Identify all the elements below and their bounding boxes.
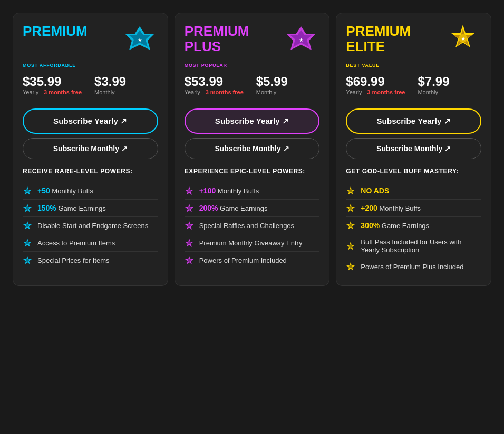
card-title-block: PREMIUMPLUS bbox=[185, 24, 249, 54]
svg-point-3 bbox=[26, 189, 29, 192]
feature-text: NO ADS bbox=[361, 186, 389, 195]
feature-item: Access to Premium Items bbox=[23, 234, 158, 252]
feature-text: Buff Pass Included for Users with Yearly… bbox=[361, 238, 481, 254]
yearly-label: Yearly - 3 months free bbox=[23, 89, 82, 95]
divider bbox=[346, 103, 481, 103]
monthly-price-block: $5.99 Monthly bbox=[256, 74, 288, 95]
feature-icon bbox=[185, 221, 194, 230]
feature-item: +50 Monthly Buffs bbox=[23, 182, 158, 200]
monthly-price: $5.99 bbox=[256, 74, 288, 89]
yearly-price-block: $69.99 Yearly - 3 months free bbox=[346, 74, 405, 95]
feature-item: Powers of Premium Included bbox=[185, 252, 320, 269]
yearly-price-block: $35.99 Yearly - 3 months free bbox=[23, 74, 82, 95]
medal-icon: ★ bbox=[283, 24, 319, 61]
svg-text:★: ★ bbox=[299, 37, 304, 43]
feature-text: +50 Monthly Buffs bbox=[37, 186, 93, 195]
feature-icon bbox=[185, 238, 194, 248]
feature-text: Disable Start and Endgame Screens bbox=[37, 222, 148, 230]
subscribe-yearly-button[interactable]: Subscribe Yearly ↗ bbox=[346, 108, 481, 134]
feature-item: NO ADS bbox=[346, 182, 481, 200]
feature-icon bbox=[346, 241, 355, 251]
subscribe-monthly-button[interactable]: Subscribe Monthly ↗ bbox=[23, 138, 158, 159]
feature-text: Premium Monthly Giveaway Entry bbox=[199, 239, 303, 247]
pricing-cards-container: PREMIUM ★ MOST AFFORDABLE $35.99 Yearly … bbox=[8, 8, 496, 290]
feature-list: NO ADS +200 Monthly Buffs 300% Game Earn… bbox=[346, 182, 481, 275]
feature-text: +100 Monthly Buffs bbox=[199, 186, 259, 195]
feature-item: 150% Game Earnings bbox=[23, 200, 158, 217]
svg-point-15 bbox=[188, 259, 191, 262]
svg-point-21 bbox=[349, 206, 352, 210]
divider bbox=[185, 103, 320, 103]
svg-text:★: ★ bbox=[138, 37, 142, 43]
feature-item: +100 Monthly Buffs bbox=[185, 182, 320, 200]
svg-point-12 bbox=[188, 206, 191, 210]
monthly-label: Monthly bbox=[418, 89, 449, 95]
feature-text: 200% Game Earnings bbox=[199, 204, 268, 212]
card-header: PREMIUM ★ bbox=[23, 24, 158, 61]
svg-point-14 bbox=[188, 241, 191, 244]
monthly-label: Monthly bbox=[94, 89, 126, 95]
card-premium: PREMIUM ★ MOST AFFORDABLE $35.99 Yearly … bbox=[13, 13, 168, 286]
subscribe-monthly-button[interactable]: Subscribe Monthly ↗ bbox=[346, 138, 481, 159]
feature-item: Buff Pass Included for Users with Yearly… bbox=[346, 234, 481, 258]
yearly-label: Yearly - 3 months free bbox=[346, 89, 405, 95]
monthly-price-block: $3.99 Monthly bbox=[94, 74, 126, 95]
card-header: PREMIUMELITE ★ bbox=[346, 24, 481, 61]
yearly-price: $53.99 bbox=[185, 74, 244, 89]
subscribe-yearly-button[interactable]: Subscribe Yearly ↗ bbox=[185, 108, 320, 134]
card-title: PREMIUMPLUS bbox=[185, 24, 249, 54]
feature-text: 300% Game Earnings bbox=[361, 221, 429, 230]
card-badge: BEST VALUE bbox=[346, 63, 481, 68]
yearly-price: $35.99 bbox=[23, 74, 82, 89]
svg-point-4 bbox=[26, 206, 29, 210]
monthly-price-block: $7.99 Monthly bbox=[418, 74, 449, 95]
card-premium-elite: PREMIUMELITE ★ BEST VALUE $69.99 Yearly … bbox=[336, 13, 491, 286]
svg-point-22 bbox=[349, 224, 352, 227]
card-title-block: PREMIUM bbox=[23, 24, 88, 39]
monthly-price: $3.99 bbox=[94, 74, 126, 89]
feature-item: +200 Monthly Buffs bbox=[346, 200, 481, 217]
feature-icon bbox=[185, 255, 194, 265]
feature-text: Special Prices for Items bbox=[37, 257, 110, 264]
card-header: PREMIUMPLUS ★ bbox=[185, 24, 320, 61]
pricing-row: $69.99 Yearly - 3 months free $7.99 Mont… bbox=[346, 74, 481, 95]
feature-list: +100 Monthly Buffs 200% Game Earnings Sp… bbox=[185, 182, 320, 269]
feature-item: Premium Monthly Giveaway Entry bbox=[185, 234, 320, 252]
feature-icon bbox=[23, 203, 32, 213]
yearly-price: $69.99 bbox=[346, 74, 405, 89]
subscribe-yearly-button[interactable]: Subscribe Yearly ↗ bbox=[23, 108, 158, 134]
svg-point-6 bbox=[26, 241, 29, 244]
feature-item: Special Raffles and Challenges bbox=[185, 217, 320, 234]
card-badge: MOST POPULAR bbox=[185, 63, 320, 68]
feature-item: Special Prices for Items bbox=[23, 252, 158, 269]
feature-item: 300% Game Earnings bbox=[346, 217, 481, 234]
card-badge: MOST AFFORDABLE bbox=[23, 63, 158, 68]
feature-icon bbox=[346, 203, 355, 213]
feature-icon bbox=[23, 238, 32, 248]
feature-icon bbox=[185, 203, 194, 213]
feature-text: Powers of Premium Plus Included bbox=[361, 263, 463, 271]
features-title: RECEIVE RARE-LEVEL POWERS: bbox=[23, 167, 158, 175]
medal-icon: ★ bbox=[444, 24, 481, 61]
feature-text: Powers of Premium Included bbox=[199, 257, 287, 264]
card-premium-plus: PREMIUMPLUS ★ MOST POPULAR $53.99 Yearly… bbox=[175, 13, 330, 286]
svg-point-24 bbox=[349, 265, 352, 268]
feature-text: +200 Monthly Buffs bbox=[361, 204, 421, 212]
pricing-row: $35.99 Yearly - 3 months free $3.99 Mont… bbox=[23, 74, 158, 95]
svg-point-11 bbox=[188, 189, 191, 192]
feature-icon bbox=[23, 186, 32, 195]
monthly-price: $7.99 bbox=[418, 74, 449, 89]
divider bbox=[23, 103, 158, 103]
medal-icon: ★ bbox=[121, 24, 158, 61]
feature-icon bbox=[23, 255, 32, 265]
feature-item: Powers of Premium Plus Included bbox=[346, 258, 481, 275]
subscribe-monthly-button[interactable]: Subscribe Monthly ↗ bbox=[185, 138, 320, 159]
features-title: EXPERIENCE EPIC-LEVEL POWERS: bbox=[185, 167, 320, 175]
svg-text:★: ★ bbox=[461, 36, 466, 42]
feature-text: Access to Premium Items bbox=[37, 239, 115, 247]
card-title: PREMIUMELITE bbox=[346, 24, 411, 54]
feature-list: +50 Monthly Buffs 150% Game Earnings Dis… bbox=[23, 182, 158, 269]
card-title: PREMIUM bbox=[23, 24, 88, 39]
feature-icon bbox=[346, 262, 355, 271]
card-title-block: PREMIUMELITE bbox=[346, 24, 411, 54]
